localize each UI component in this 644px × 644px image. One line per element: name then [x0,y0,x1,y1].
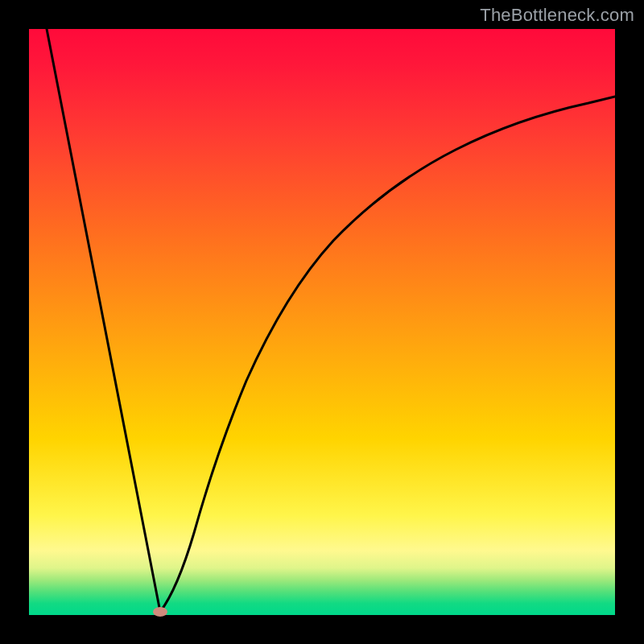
plot-area [29,29,615,615]
curve-left-branch [47,29,160,612]
curve-right-branch [160,97,615,612]
watermark-text: TheBottleneck.com [480,5,634,26]
chart-frame: TheBottleneck.com [0,0,644,644]
bottleneck-curve [29,29,615,615]
optimal-point-marker [153,607,167,617]
